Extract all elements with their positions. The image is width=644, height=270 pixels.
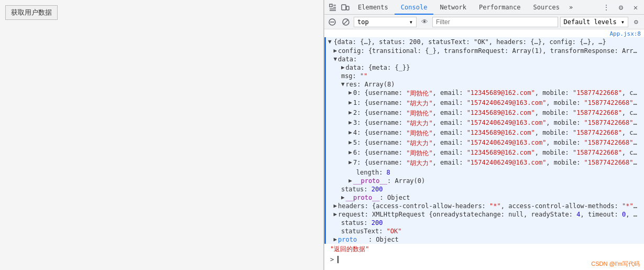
prompt-cursor xyxy=(337,256,342,263)
tree-line: ▶6: {username: "周勃伦", email: "12345689@1… xyxy=(326,148,644,158)
prompt-arrow: > xyxy=(330,256,334,263)
tree-view: ▶config: {transitional: {_}, transformRe… xyxy=(324,47,644,244)
tree-line: msg: "" xyxy=(326,72,644,80)
devtools-tabs-bar: Elements Console Network Performance Sou… xyxy=(324,0,644,15)
tree-line: ▶3: {username: "胡大力", email: "1574240624… xyxy=(326,118,644,128)
tree-arrow[interactable]: ▶ xyxy=(348,159,352,166)
log-expand-arrow[interactable]: ▼ xyxy=(328,38,332,45)
tab-performance[interactable]: Performance xyxy=(473,0,527,15)
console-filename: App.jsx:8 xyxy=(324,29,644,37)
console-settings-icon[interactable]: ⚙ xyxy=(630,16,642,28)
filter-input[interactable] xyxy=(432,17,558,27)
tree-arrow[interactable]: ▶ xyxy=(348,109,352,116)
tab-sources[interactable]: Sources xyxy=(527,0,566,15)
tree-line: ▶config: {transitional: {_}, transformRe… xyxy=(326,47,644,55)
tree-arrow[interactable]: ▶ xyxy=(348,89,352,96)
tree-line: ▶0: {username: "周勃伦", email: "12345689@1… xyxy=(326,89,644,99)
tree-line: ▶4: {username: "周勃伦", email: "12345689@1… xyxy=(326,128,644,138)
tree-arrow[interactable]: ▶ xyxy=(348,149,352,156)
block-icon[interactable] xyxy=(340,16,352,28)
tree-line: ▼data: xyxy=(326,55,644,63)
console-string-output: "返回的数据" xyxy=(324,244,644,255)
device-icon[interactable] xyxy=(339,1,352,14)
settings-gear-icon[interactable]: ⚙ xyxy=(615,1,627,14)
tree-line: ▶5: {username: "胡大力", email: "1574240624… xyxy=(326,138,644,148)
tree-line: ▶__proto__: Object xyxy=(326,193,644,202)
tree-line: ▶proto : Object xyxy=(326,235,644,244)
tree-line: length: 8 xyxy=(326,168,644,177)
tab-more[interactable]: » xyxy=(566,0,576,15)
chevron-down-icon: ▾ xyxy=(409,18,413,26)
svg-rect-0 xyxy=(330,4,332,7)
tree-arrow[interactable]: ▶ xyxy=(333,202,337,209)
devtools-wrapper: Elements Console Network Performance Sou… xyxy=(324,0,644,270)
tree-line: ▼res: Array(8) xyxy=(326,80,644,89)
levels-label: Default levels xyxy=(564,18,617,26)
tree-line: statusText: "OK" xyxy=(326,227,644,235)
tree-arrow[interactable]: ▶ xyxy=(348,129,352,136)
tree-line: status: 200 xyxy=(326,185,644,193)
fetch-button[interactable]: 获取用户数据 xyxy=(5,5,58,20)
close-devtools-icon[interactable]: ✕ xyxy=(629,1,642,14)
tree-line: status: 200 xyxy=(326,219,644,227)
tree-line: ▶__proto__: Array(0) xyxy=(326,177,644,185)
eye-icon[interactable]: 👁 xyxy=(419,16,430,28)
tree-line: ▶7: {username: "胡大力", email: "1574240624… xyxy=(326,158,644,168)
tab-console[interactable]: Console xyxy=(395,0,434,15)
console-toolbar: top ▾ 👁 Default levels ▾ ⚙ xyxy=(324,15,644,29)
left-panel: 获取用户数据 xyxy=(0,0,324,270)
context-selector[interactable]: top ▾ xyxy=(354,17,417,27)
devtools-panel: Elements Console Network Performance Sou… xyxy=(324,0,644,270)
console-content: App.jsx:8 ▼ {data: {…}, status: 200, sta… xyxy=(324,29,644,270)
inspect-icon[interactable] xyxy=(326,1,339,14)
log-summary-text: {data: {…}, status: 200, statusText: "OK… xyxy=(334,38,606,46)
tree-arrow[interactable]: ▶ xyxy=(348,177,352,184)
tree-arrow[interactable]: ▶ xyxy=(348,139,352,146)
tab-elements[interactable]: Elements xyxy=(352,0,395,15)
tree-line: ▶1: {username: "胡大力", email: "1574240624… xyxy=(326,99,644,109)
tree-line: ▶data: {meta: {_}} xyxy=(326,63,644,72)
tree-line: ▶request: XMLHttpRequest {onreadystatech… xyxy=(326,210,644,219)
tree-arrow[interactable]: ▼ xyxy=(341,81,345,88)
tree-arrow[interactable]: ▶ xyxy=(348,119,352,126)
svg-line-10 xyxy=(344,19,348,24)
context-value: top xyxy=(357,18,369,26)
console-log-entry: ▼ {data: {…}, status: 200, statusText: "… xyxy=(324,37,644,47)
csdn-watermark: CSDN @I'm写代码 xyxy=(591,260,640,268)
tree-arrow[interactable]: ▶ xyxy=(348,99,352,106)
tree-line: ▶2: {username: "周勃伦", email: "12345689@1… xyxy=(326,109,644,118)
levels-chevron-icon: ▾ xyxy=(621,18,625,26)
svg-rect-6 xyxy=(346,6,349,10)
tree-line: ▶headers: {access-control-allow-headers:… xyxy=(326,202,644,210)
tree-arrow[interactable]: ▶ xyxy=(333,236,337,243)
svg-rect-5 xyxy=(342,5,346,10)
tab-network[interactable]: Network xyxy=(433,0,473,15)
tree-arrow[interactable]: ▶ xyxy=(333,47,337,54)
tree-arrow[interactable]: ▼ xyxy=(333,56,337,62)
tree-arrow[interactable]: ▶ xyxy=(333,211,337,218)
tree-arrow[interactable]: ▶ xyxy=(341,64,345,71)
tree-arrow[interactable]: ▶ xyxy=(341,194,345,201)
clear-console-icon[interactable] xyxy=(326,16,338,28)
levels-selector[interactable]: Default levels ▾ xyxy=(560,17,628,27)
more-tools-icon[interactable]: ⋮ xyxy=(600,1,613,14)
